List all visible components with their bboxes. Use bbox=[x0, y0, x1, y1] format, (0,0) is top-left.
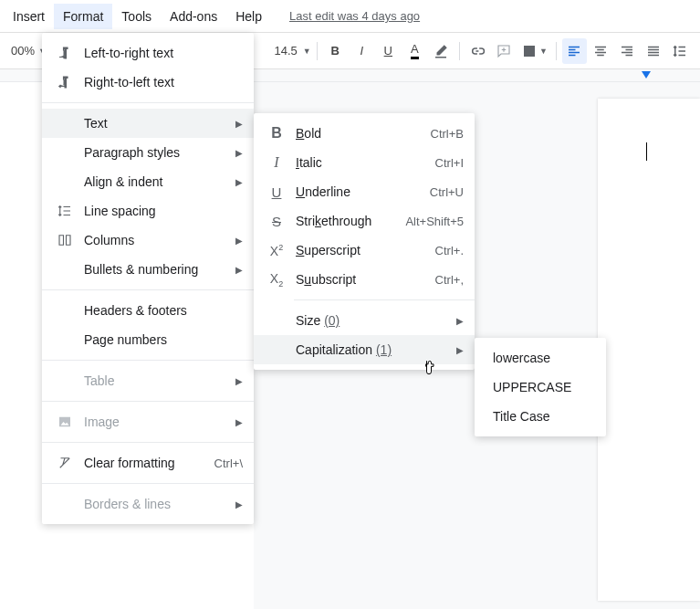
mi-label: Text bbox=[84, 116, 228, 131]
mi-shortcut: Alt+Shift+5 bbox=[405, 215, 464, 228]
mi-headers-footers[interactable]: Headers & footers bbox=[42, 296, 254, 325]
mi-label: Columns bbox=[84, 233, 228, 247]
line-spacing-button[interactable] bbox=[668, 38, 693, 64]
italic-icon: I bbox=[266, 154, 287, 171]
chevron-right-icon: ▶ bbox=[235, 265, 243, 275]
mi-columns[interactable]: Columns ▶ bbox=[42, 226, 254, 255]
image-button[interactable]: ▼ bbox=[518, 38, 550, 64]
chevron-right-icon: ▶ bbox=[235, 236, 243, 246]
fontsize-dropdown[interactable]: 14.5 ▼ bbox=[274, 44, 310, 58]
mi-label: Strikethrough bbox=[296, 214, 405, 228]
mi-superscript[interactable]: X2 Superscript Ctrl+. bbox=[254, 236, 475, 265]
mi-label: Headers & footers bbox=[84, 303, 243, 318]
link-button[interactable] bbox=[465, 38, 490, 64]
mi-label: Underline bbox=[296, 184, 430, 199]
line-spacing-icon bbox=[672, 43, 688, 59]
mi-text[interactable]: Text ▶ bbox=[42, 109, 254, 138]
mi-label: Suubscript bbox=[296, 272, 435, 287]
mi-borders-lines[interactable]: Borders & lines ▶ bbox=[42, 489, 254, 519]
align-justify-icon bbox=[645, 43, 662, 59]
bold-icon: B bbox=[266, 125, 287, 142]
mi-underline[interactable]: U Underline Ctrl+U bbox=[254, 177, 475, 206]
mi-label: Borders & lines bbox=[84, 497, 228, 511]
mi-label: Left-to-right text bbox=[84, 46, 243, 60]
link-icon bbox=[469, 43, 486, 59]
mi-titlecase[interactable]: Title Case bbox=[475, 402, 606, 431]
mi-lowercase[interactable]: lowercase bbox=[475, 343, 606, 373]
zoom-value: 00% bbox=[11, 44, 35, 58]
underline-button[interactable]: U bbox=[376, 38, 401, 64]
mi-table[interactable]: Table ▶ bbox=[42, 366, 254, 395]
align-left-button[interactable] bbox=[562, 38, 587, 64]
menubar: Insert Format Tools Add-ons Help Last ed… bbox=[0, 0, 700, 33]
mi-shortcut: Ctrl+. bbox=[435, 244, 464, 257]
chevron-right-icon: ▶ bbox=[235, 417, 243, 427]
mi-label: Page numbers bbox=[84, 332, 243, 347]
mi-rtl[interactable]: Right-to-left text bbox=[42, 68, 254, 97]
rtl-icon bbox=[55, 74, 75, 90]
capitalization-submenu: lowercase UPPERCASE Title Case bbox=[475, 338, 606, 436]
mi-bold[interactable]: B Bold Ctrl+B bbox=[254, 119, 475, 148]
highlight-button[interactable] bbox=[429, 38, 454, 64]
image-icon bbox=[521, 43, 538, 59]
mi-shortcut: Ctrl+I bbox=[435, 156, 464, 170]
comment-button[interactable] bbox=[492, 38, 517, 64]
mi-size[interactable]: Size (0) ▶ bbox=[254, 306, 475, 335]
document-page[interactable] bbox=[598, 99, 700, 601]
mi-paragraph-styles[interactable]: Paragraph styles ▶ bbox=[42, 138, 254, 167]
format-menu: Left-to-right text Right-to-left text Te… bbox=[42, 33, 254, 524]
mi-ltr[interactable]: Left-to-right text bbox=[42, 38, 254, 68]
align-left-icon bbox=[566, 43, 582, 59]
fontsize-value: 14.5 bbox=[274, 44, 297, 58]
mi-label: Superscript bbox=[296, 243, 435, 257]
align-right-button[interactable] bbox=[615, 38, 640, 64]
menu-addons[interactable]: Add-ons bbox=[161, 4, 226, 29]
ruler-indent-marker[interactable] bbox=[642, 71, 651, 79]
chevron-down-icon: ▼ bbox=[539, 47, 548, 56]
mi-italic[interactable]: I Italic Ctrl+I bbox=[254, 148, 475, 177]
align-justify-button[interactable] bbox=[642, 38, 666, 64]
mi-label: Image bbox=[84, 415, 228, 429]
align-center-button[interactable] bbox=[589, 38, 613, 64]
highlight-icon bbox=[433, 43, 449, 59]
menu-help[interactable]: Help bbox=[226, 4, 271, 29]
chevron-right-icon: ▶ bbox=[235, 119, 243, 129]
align-right-icon bbox=[619, 43, 635, 59]
mi-label: Capitalization (1) bbox=[296, 342, 449, 357]
line-spacing-icon bbox=[55, 203, 75, 219]
last-edit-link[interactable]: Last edit was 4 days ago bbox=[289, 9, 420, 23]
mi-capitalization[interactable]: Capitalization (1) ▶ bbox=[254, 335, 475, 364]
chevron-right-icon: ▶ bbox=[235, 376, 243, 386]
mi-line-spacing[interactable]: Line spacing bbox=[42, 196, 254, 226]
subscript-icon: X2 bbox=[266, 271, 287, 289]
menu-insert[interactable]: Insert bbox=[4, 4, 54, 29]
mi-align-indent[interactable]: Align & indent ▶ bbox=[42, 167, 254, 196]
italic-button[interactable]: I bbox=[350, 38, 374, 64]
mi-label: Paragraph styles bbox=[84, 145, 228, 160]
mi-shortcut: Ctrl+B bbox=[431, 127, 464, 141]
mi-shortcut: Ctrl+\ bbox=[214, 457, 243, 470]
mi-bullets[interactable]: Bullets & numbering ▶ bbox=[42, 255, 254, 284]
mi-label: Clear formatting bbox=[84, 456, 214, 470]
chevron-down-icon: ▼ bbox=[303, 47, 311, 56]
mi-label: Bullets & numbering bbox=[84, 262, 228, 277]
mi-page-numbers[interactable]: Page numbers bbox=[42, 325, 254, 354]
chevron-right-icon: ▶ bbox=[235, 499, 243, 509]
bold-button[interactable]: B bbox=[323, 38, 348, 64]
mi-label: Bold bbox=[296, 126, 431, 141]
comment-icon bbox=[496, 43, 512, 59]
mi-uppercase[interactable]: UPPERCASE bbox=[475, 373, 606, 402]
mi-clear-formatting[interactable]: Clear formatting Ctrl+\ bbox=[42, 448, 254, 478]
text-cursor bbox=[646, 142, 648, 161]
chevron-right-icon: ▶ bbox=[456, 345, 464, 355]
mi-label: Align & indent bbox=[84, 174, 228, 189]
text-color-button[interactable]: A bbox=[402, 38, 427, 64]
menu-tools[interactable]: Tools bbox=[112, 4, 161, 29]
chevron-right-icon: ▶ bbox=[235, 148, 243, 158]
mi-image[interactable]: Image ▶ bbox=[42, 407, 254, 436]
menu-format[interactable]: Format bbox=[54, 4, 112, 29]
mi-subscript[interactable]: X2 Suubscript Ctrl+, bbox=[254, 265, 475, 294]
text-submenu: B Bold Ctrl+B I Italic Ctrl+I U Underlin… bbox=[254, 113, 475, 370]
mi-strikethrough[interactable]: S Strikethrough Alt+Shift+5 bbox=[254, 206, 475, 236]
ltr-icon bbox=[55, 45, 75, 61]
